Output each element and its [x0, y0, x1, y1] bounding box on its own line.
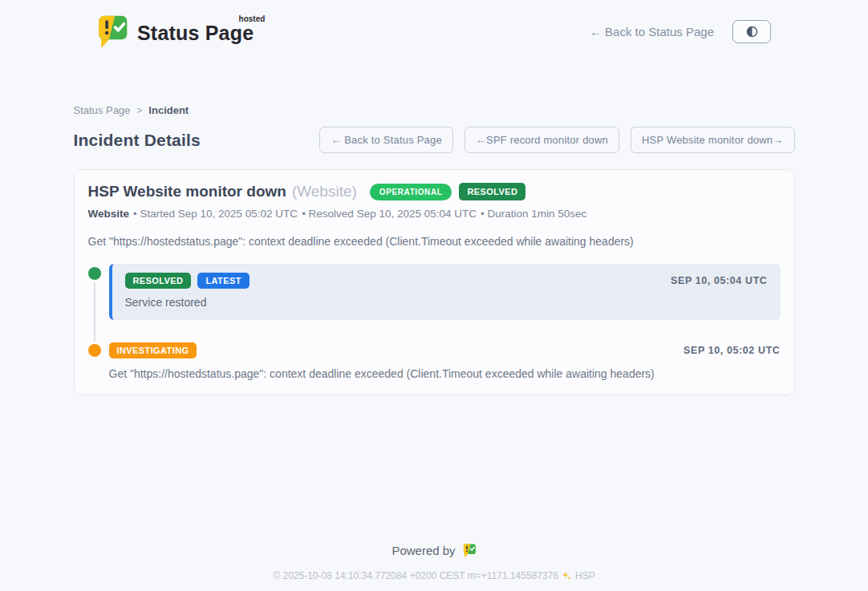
breadcrumb-incident: Incident: [148, 104, 189, 116]
header: hosted Status Page ← Back to Status Page: [0, 0, 868, 51]
meta-service-name: Website: [88, 208, 130, 220]
incident-meta: Website • Started Sep 10, 2025 05:02 UTC…: [88, 208, 781, 220]
logo-title: Status Page: [137, 22, 254, 44]
status-page-logo-icon: [95, 14, 129, 49]
timeline-dot-resolved: [88, 267, 101, 280]
timeline-entry-content: RESOLVED LATEST SEP 10, 05:04 UTC Servic…: [109, 264, 781, 320]
timeline-entry-content: INVESTIGATING SEP 10, 05:02 UTC Get "htt…: [109, 341, 781, 380]
incident-card: HSP Website monitor down (Website) OPERA…: [74, 169, 795, 395]
breadcrumb: Status Page > Incident: [74, 104, 795, 116]
breadcrumb-status-page[interactable]: Status Page: [74, 104, 131, 116]
latest-badge: LATEST: [197, 273, 249, 289]
theme-toggle-button[interactable]: [732, 20, 771, 43]
timeline-entry: INVESTIGATING SEP 10, 05:02 UTC Get "htt…: [88, 341, 781, 380]
powered-by-label: Powered by: [391, 544, 455, 557]
next-incident-button[interactable]: HSP Website monitor down→: [631, 127, 794, 153]
incident-title: HSP Website monitor down: [88, 183, 286, 200]
timeline-entry-header: INVESTIGATING SEP 10, 05:02 UTC: [109, 342, 781, 358]
timeline-entry: RESOLVED LATEST SEP 10, 05:04 UTC Servic…: [88, 264, 781, 320]
meta-resolved: • Resolved Sep 10, 2025 05:04 UTC: [302, 208, 477, 220]
meta-duration: • Duration 1min 50sec: [481, 208, 586, 220]
copyright-text: © 2025-10-08 14:10:34.772084 +0200 CEST …: [273, 570, 558, 581]
incident-timeline: RESOLVED LATEST SEP 10, 05:04 UTC Servic…: [88, 264, 781, 380]
copyright: © 2025-10-08 14:10:34.772084 +0200 CEST …: [0, 570, 868, 581]
investigating-badge: INVESTIGATING: [109, 342, 197, 358]
app-logo[interactable]: hosted Status Page: [95, 14, 254, 49]
operational-status-badge: OPERATIONAL: [370, 184, 452, 200]
prev-incident-button[interactable]: ←SPF record monitor down: [464, 127, 619, 153]
hsp-logo-icon[interactable]: [462, 543, 477, 558]
page-title: Incident Details: [74, 131, 201, 150]
breadcrumb-separator: >: [136, 105, 142, 116]
resolved-state-badge: RESOLVED: [459, 183, 525, 200]
title-row: Incident Details ← Back to Status Page ←…: [74, 127, 795, 153]
contrast-icon: [745, 25, 759, 38]
incident-title-row: HSP Website monitor down (Website) OPERA…: [88, 183, 781, 200]
footer: Powered by © 2025-10-08 14:10:34.772084 …: [0, 543, 868, 581]
incident-description: Get "https://hostedstatus.page": context…: [88, 235, 781, 248]
timeline-connector-line: [94, 274, 95, 350]
incident-scope: (Website): [292, 183, 357, 200]
sparkles-icon: [562, 571, 572, 581]
back-to-status-page-button[interactable]: ← Back to Status Page: [319, 127, 453, 153]
meta-started: • Started Sep 10, 2025 05:02 UTC: [133, 208, 298, 220]
timeline-message: Get "https://hostedstatus.page": context…: [109, 367, 781, 380]
timeline-message: Service restored: [125, 296, 768, 309]
logo-hosted-label: hosted: [239, 14, 266, 23]
logo-text-block: hosted Status Page: [137, 22, 254, 45]
powered-by: Powered by: [0, 543, 868, 558]
header-actions: ← Back to Status Page: [590, 20, 771, 43]
timeline-entry-header: RESOLVED LATEST SEP 10, 05:04 UTC: [125, 273, 768, 289]
main-content: Status Page > Incident Incident Details …: [74, 104, 795, 395]
timeline-dot-investigating: [88, 344, 101, 357]
timeline-timestamp: SEP 10, 05:04 UTC: [671, 275, 767, 286]
incident-nav-buttons: ← Back to Status Page ←SPF record monito…: [319, 127, 794, 153]
copyright-brand: HSP: [575, 570, 595, 581]
resolved-badge: RESOLVED: [125, 273, 192, 289]
timeline-timestamp: SEP 10, 05:02 UTC: [683, 345, 780, 356]
back-to-status-page-link[interactable]: ← Back to Status Page: [590, 25, 714, 38]
timeline-latest-update-box: RESOLVED LATEST SEP 10, 05:04 UTC Servic…: [109, 264, 781, 320]
